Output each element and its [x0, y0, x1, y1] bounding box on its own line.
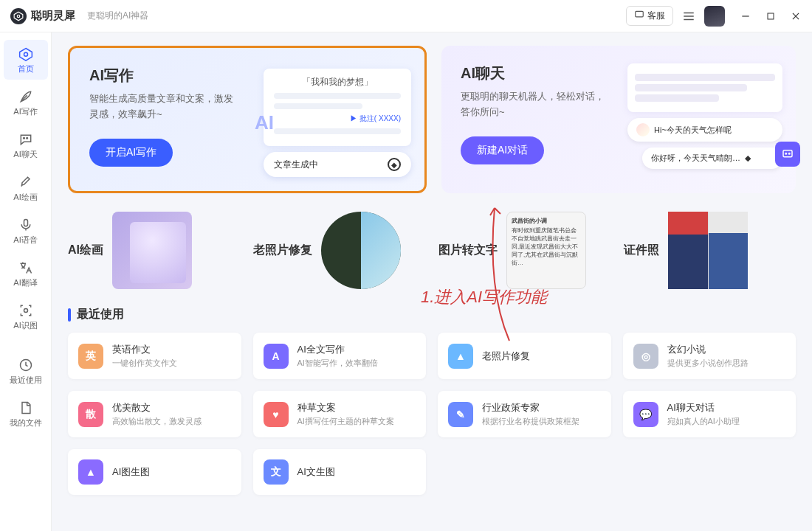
logo-group: 聪明灵犀 更聪明的AI神器	[10, 8, 148, 24]
sidebar-label: AI写作	[13, 106, 37, 117]
svg-rect-11	[783, 150, 792, 157]
write-illustration: AI 「我和我的梦想」 ▶ 批注( XXXX) 文章生成中 ◆	[264, 69, 411, 177]
feature-idphoto-card[interactable]: 证件照	[624, 209, 796, 291]
chat-bubble-icon	[634, 10, 644, 22]
id-sample-image	[668, 212, 748, 289]
sidebar-item-write[interactable]: AI写作	[4, 83, 48, 122]
recent-item-title: 老照片修复	[482, 350, 530, 363]
recent-item-sub: 根据行业名称提供政策框架	[482, 416, 579, 427]
recent-item[interactable]: ◎ 玄幻小说 提供更多小说创作思路	[623, 333, 796, 379]
sidebar-item-recent[interactable]: 最近使用	[4, 351, 48, 391]
paper-comment: ▶ 批注( XXXX)	[274, 114, 401, 124]
svg-marker-0	[14, 12, 23, 21]
recent-item[interactable]: 文 AI文生图	[253, 449, 427, 495]
ocr-sample-body: 有时候到重庆随笔书总会不自觉地跳武昌街去走一回,最近发现武昌街大大不同了,尤其在…	[512, 226, 581, 268]
sidebar-label: 最近使用	[10, 375, 42, 386]
recent-grid: 英 英语作文 一键创作英文作文A AI全文写作 AI智能写作，效率翻倍▲ 老照片…	[68, 333, 796, 495]
user-avatar[interactable]	[704, 6, 725, 27]
file-icon	[18, 400, 34, 416]
app-tagline: 更聪明的AI神器	[87, 10, 148, 22]
hero-write-card[interactable]: AI写作 智能生成高质量文章和文案，激发灵感，效率飙升~ 开启AI写作 AI 「…	[68, 46, 427, 193]
svg-rect-8	[24, 219, 27, 226]
recent-item-icon: ▲	[448, 344, 473, 369]
svg-point-1	[17, 15, 20, 18]
recent-item-title: AI文生图	[297, 465, 335, 479]
home-icon	[18, 46, 34, 62]
sidebar-item-voice[interactable]: AI语音	[4, 211, 48, 251]
history-icon	[18, 357, 34, 373]
section-bar-icon	[68, 308, 71, 322]
sidebar: 首页 AI写作 AI聊天 AI绘画 AI语音 AI翻译 AI识图 最	[0, 32, 52, 531]
app-title: 聪明灵犀	[31, 9, 75, 23]
feature-title: 老照片修复	[253, 243, 312, 258]
recent-item-icon: ▲	[78, 459, 103, 485]
minimize-icon[interactable]	[740, 10, 751, 22]
recent-item-sub: AI智能写作，效率翻倍	[297, 358, 378, 369]
svg-point-13	[789, 153, 791, 155]
feature-ocr-card[interactable]: 图片转文字 武昌街的小调 有时候到重庆随笔书总会不自觉地跳武昌街去走一回,最近发…	[438, 209, 610, 291]
translate-icon	[18, 260, 34, 276]
photo-sample-image	[321, 212, 401, 289]
support-button[interactable]: 客服	[626, 6, 673, 26]
recent-item-sub: AI撰写任何主题的种草文案	[297, 416, 394, 427]
main-content: AI写作 智能生成高质量文章和文案，激发灵感，效率飙升~ 开启AI写作 AI 「…	[52, 32, 812, 531]
maximize-icon[interactable]	[765, 10, 777, 22]
bubble1-text: Hi~今天的天气怎样呢	[654, 125, 732, 136]
close-icon[interactable]	[790, 10, 802, 22]
svg-rect-2	[636, 11, 644, 17]
recent-item-icon: A	[264, 344, 289, 369]
support-label: 客服	[647, 10, 665, 22]
svg-point-9	[24, 308, 27, 312]
recent-item[interactable]: 英 英语作文 一键创作英文作文	[68, 333, 241, 379]
recent-item-title: AI聊天对话	[667, 401, 740, 414]
recent-item-title: AI全文写作	[297, 343, 378, 356]
bot-avatar-icon	[636, 123, 650, 136]
recent-item[interactable]: 散 优美散文 高效输出散文，激发灵感	[68, 391, 241, 437]
ai-badge-icon: AI	[255, 111, 274, 134]
recent-item[interactable]: ✎ 行业政策专家 根据行业名称提供政策框架	[438, 391, 611, 437]
recent-item-title: 玄幻小说	[667, 343, 749, 356]
recent-item[interactable]: A AI全文写作 AI智能写作，效率翻倍	[253, 333, 427, 379]
feature-title: 图片转文字	[438, 243, 498, 258]
recent-item-title: 优美散文	[112, 401, 202, 414]
svg-point-12	[785, 153, 787, 155]
chat-fab-icon	[775, 142, 800, 167]
recent-item-sub: 宛如真人的AI小助理	[667, 416, 740, 427]
menu-icon[interactable]	[682, 10, 695, 23]
recent-item-sub: 提供更多小说创作思路	[667, 358, 749, 369]
new-chat-button[interactable]: 新建AI对话	[461, 136, 544, 164]
logo-small-icon: ◆	[388, 158, 401, 171]
scan-icon	[18, 302, 34, 319]
sidebar-item-translate[interactable]: AI翻译	[4, 254, 48, 294]
recent-item-icon: ✎	[448, 402, 473, 427]
feature-photo-card[interactable]: 老照片修复	[253, 209, 425, 291]
hero-chat-card[interactable]: AI聊天 更聪明的聊天机器人，轻松对话，答你所问~ 新建AI对话 Hi~今天的天…	[441, 46, 796, 193]
sidebar-item-draw[interactable]: AI绘画	[4, 168, 48, 208]
start-write-button[interactable]: 开启AI写作	[89, 139, 173, 167]
recent-item-icon: 英	[78, 344, 103, 369]
ocr-sample-image: 武昌街的小调 有时候到重庆随笔书总会不自觉地跳武昌街去走一回,最近发现武昌街大大…	[506, 212, 586, 289]
hero-write-desc: 智能生成高质量文章和文案，激发灵感，效率飙升~	[89, 91, 237, 122]
recent-item[interactable]: ▲ 老照片修复	[438, 333, 611, 379]
sidebar-item-home[interactable]: 首页	[4, 40, 48, 80]
logo-small-icon: ◆	[745, 153, 751, 163]
sidebar-item-chat[interactable]: AI聊天	[4, 125, 48, 165]
recent-item-title: 英语作文	[112, 343, 177, 356]
svg-marker-4	[19, 48, 32, 60]
feather-icon	[18, 88, 34, 105]
svg-point-5	[24, 52, 27, 56]
sidebar-label: 我的文件	[10, 417, 42, 428]
sidebar-item-ocr[interactable]: AI识图	[4, 296, 48, 336]
recent-item[interactable]: ▲ AI图生图	[68, 449, 241, 495]
paper-title: 「我和我的梦想」	[274, 76, 401, 88]
titlebar: 聪明灵犀 更聪明的AI神器 客服	[0, 0, 812, 32]
recent-item-title: 种草文案	[297, 401, 394, 414]
chat-icon	[18, 131, 34, 148]
recent-item[interactable]: 💬 AI聊天对话 宛如真人的AI小助理	[623, 391, 796, 437]
recent-item[interactable]: ♥ 种草文案 AI撰写任何主题的种草文案	[253, 391, 427, 437]
sidebar-item-files[interactable]: 我的文件	[4, 394, 48, 434]
draw-sample-image	[112, 212, 192, 289]
feature-title: 证件照	[624, 243, 659, 258]
feature-draw-card[interactable]: AI绘画	[68, 209, 240, 291]
recent-item-sub: 高效输出散文，激发灵感	[112, 416, 202, 427]
